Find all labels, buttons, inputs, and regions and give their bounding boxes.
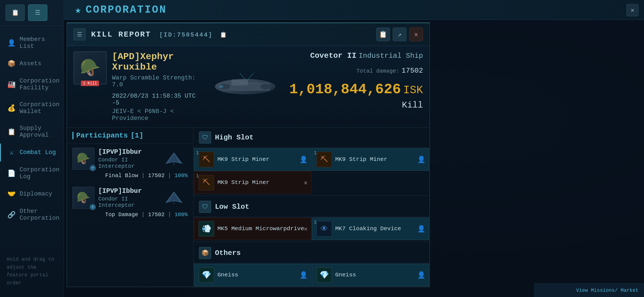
equip-qty: 1 xyxy=(314,219,317,225)
panel-actions: 📋 ↗ ✕ xyxy=(376,28,423,41)
wallet-icon: 💰 xyxy=(7,104,16,112)
kill-info: 🪖 1 Kill [APD]Xephyr Xruxible Warp Scram… xyxy=(67,46,430,128)
sidebar-item-corp-log[interactable]: 📄 Corporation Log xyxy=(0,161,64,185)
pilot-info: [APD]Xephyr Xruxible Warp Scramble Stren… xyxy=(112,51,201,122)
panel-menu-button[interactable]: ☰ xyxy=(73,28,86,40)
others-title: Others xyxy=(215,249,241,257)
avatar-person-icon: 🪖 xyxy=(77,191,90,205)
sidebar-item-corp-wallet[interactable]: 💰 Corporation Wallet xyxy=(0,96,64,120)
sidebar-item-corp-facility[interactable]: 🏭 Corporation Facility xyxy=(0,73,64,96)
equip-item[interactable]: 1 ⛏ MK9 Strip Miner 👤 xyxy=(312,148,429,171)
other-corps-icon: 🔗 xyxy=(7,211,16,219)
kill-location: JEIV-E < P6N8-J < Providence xyxy=(112,108,201,122)
sidebar-menu-button[interactable]: ☰ xyxy=(28,4,47,21)
sidebar-item-assets[interactable]: 📦 Assets xyxy=(0,55,64,73)
participants-header: Participants [1] xyxy=(67,128,193,144)
ship-name: Covetor II xyxy=(310,51,356,60)
equip-qty: 1 xyxy=(196,173,199,179)
add-icon[interactable]: + xyxy=(90,204,96,210)
equip-item[interactable]: 💎 Gneiss 👤 xyxy=(194,264,311,286)
kill-type-label: Kill xyxy=(289,100,423,110)
strip-miner-icon: ⛏ xyxy=(316,152,332,167)
corp-header: ★ CORPORATION ✕ xyxy=(64,0,644,20)
sidebar-item-other-corps[interactable]: 🔗 Other Corporation xyxy=(0,203,64,227)
destroyed-icon: ✕ xyxy=(304,225,308,233)
corp-star-icon: ★ xyxy=(75,4,82,16)
ship-class: Industrial Ship xyxy=(359,52,423,60)
fitted-icon: 👤 xyxy=(417,156,425,164)
equip-item-name: MK9 Strip Miner xyxy=(335,156,387,163)
panel-id: [ID:7505444] xyxy=(159,32,213,38)
bottom-bar: View Missions/ Market xyxy=(534,283,644,297)
equip-item[interactable]: 💎 Gneiss 👤 xyxy=(312,264,429,286)
microwarpdrive-icon: 💨 xyxy=(199,221,214,237)
high-slot-title: High Slot xyxy=(215,133,253,142)
svg-point-5 xyxy=(219,85,223,88)
fitted-icon: 👤 xyxy=(299,271,308,279)
equip-item-name: MK5 Medium Microwarpdrive xyxy=(217,225,304,232)
equip-item-name: Gneiss xyxy=(335,271,356,279)
avatar-icon: 🪖 xyxy=(80,58,100,78)
sidebar-doc-button[interactable]: 📋 xyxy=(6,4,25,21)
supply-icon: 📋 xyxy=(7,128,16,136)
others-icon: 📦 xyxy=(199,247,211,259)
sidebar-item-label: Corporation Wallet xyxy=(20,101,59,115)
high-slot-header: 🛡 High Slot xyxy=(193,128,430,148)
svg-rect-2 xyxy=(231,79,248,86)
sidebar-item-label: Corporation Log xyxy=(20,166,59,180)
participant-name: [IPVP]Ibbur xyxy=(98,187,156,195)
equip-qty: 1 xyxy=(196,150,199,156)
sidebar-item-members-list[interactable]: 👤 Members List xyxy=(0,31,64,55)
participant-entry: 🪖 + [IPVP]Ibbur Condor II Interceptor xyxy=(67,183,193,222)
add-icon[interactable]: + xyxy=(90,165,96,171)
participant-avatar: 🪖 + xyxy=(72,187,94,209)
svg-line-8 xyxy=(240,73,245,79)
sidebar-item-label: Assets xyxy=(20,60,41,67)
corp-title-text: CORPORATION xyxy=(86,4,167,16)
equip-item[interactable]: 1 ⛏ MK9 Strip Miner ✕ xyxy=(194,171,311,194)
close-main-button[interactable]: ✕ xyxy=(626,4,638,16)
high-slot-icon: 🛡 xyxy=(199,131,211,144)
copy-icon[interactable]: 📋 xyxy=(220,32,228,38)
view-missions-link[interactable]: View Missions/ Market xyxy=(576,288,638,293)
sidebar-item-combat-log[interactable]: ⚔️ Combat Log xyxy=(0,144,64,161)
strip-miner-icon: ⛏ xyxy=(199,175,214,190)
panel-copy-button[interactable]: 📋 xyxy=(376,28,390,41)
equip-item[interactable]: 💨 MK5 Medium Microwarpdrive ✕ xyxy=(194,218,311,240)
participant-name: [IPVP]Ibbur xyxy=(98,148,156,156)
participant-ship-image xyxy=(160,189,188,206)
strip-miner-icon: ⛏ xyxy=(199,152,214,167)
panel-close-button[interactable]: ✕ xyxy=(409,28,423,41)
low-slot-grid: 💨 MK5 Medium Microwarpdrive ✕ 1 👁 MK7 Cl… xyxy=(193,217,430,241)
sidebar-item-diplomacy[interactable]: 🤝 Diplomacy xyxy=(0,185,64,203)
participant-count: [1] xyxy=(130,131,143,140)
fitted-icon: 👤 xyxy=(299,156,308,164)
equip-item-name: MK9 Strip Miner xyxy=(217,156,269,163)
others-grid: 💎 Gneiss 👤 💎 Gneiss 👤 xyxy=(193,263,430,287)
ship-image-area xyxy=(207,51,284,122)
isk-value: 1,018,844,626 xyxy=(289,82,401,97)
others-header: 📦 Others xyxy=(193,243,430,263)
gneiss-icon: 💎 xyxy=(199,267,214,283)
equipment-section: 🛡 High Slot 1 ⛏ MK9 Strip Miner 👤 1 ⛏ xyxy=(193,128,430,287)
ship-image xyxy=(209,67,281,106)
equip-qty: 1 xyxy=(314,150,317,156)
facility-icon: 🏭 xyxy=(7,81,16,89)
sidebar-item-supply-approval[interactable]: 📋 Supply Approval xyxy=(0,120,64,144)
participant-name-section: [IPVP]Ibbur Condor II Interceptor xyxy=(98,148,156,169)
header-bar-accent xyxy=(72,132,73,139)
corp-title: ★ CORPORATION xyxy=(75,4,167,16)
sidebar-header: 📋 ☰ xyxy=(0,0,64,26)
participant-ship-image xyxy=(160,150,188,167)
panel-share-button[interactable]: ↗ xyxy=(393,28,406,41)
pilot-warp-scramble: Warp Scramble Strength: 7.0 xyxy=(112,75,201,88)
fitted-icon: 👤 xyxy=(417,271,425,279)
sidebar-nav: 👤 Members List 📦 Assets 🏭 Corporation Fa… xyxy=(0,26,64,232)
participant-name-section: [IPVP]Ibbur Condor II Interceptor xyxy=(98,187,156,208)
participant-entry: 🪖 + [IPVP]Ibbur Condor II Interceptor xyxy=(67,144,193,183)
fitted-icon: 👤 xyxy=(417,225,425,233)
equip-item[interactable]: 1 ⛏ MK9 Strip Miner 👤 xyxy=(194,148,311,171)
equip-item[interactable]: 1 👁 MK7 Cloaking Device 👤 xyxy=(312,218,429,240)
low-slot-icon: 🛡 xyxy=(199,201,211,213)
kill-badge: 1 Kill xyxy=(81,81,99,86)
